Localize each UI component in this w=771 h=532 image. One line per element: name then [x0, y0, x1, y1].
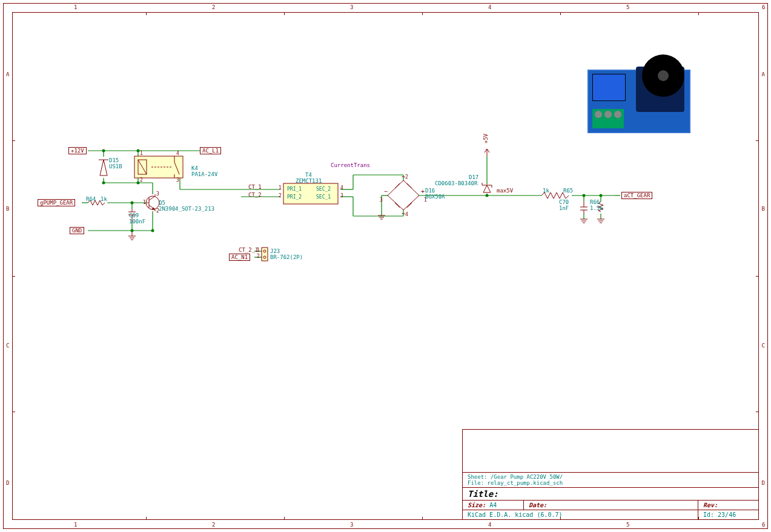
junction	[102, 182, 105, 185]
val-D16: BGX50A	[425, 194, 445, 200]
svg-line-63	[407, 203, 412, 208]
ref-J23: J23	[270, 248, 280, 254]
file-name: File: relay_ct_pump.kicad_sch	[468, 480, 753, 486]
t4-sec2: SEC_2	[316, 186, 331, 192]
ref-Q5: Q5	[159, 200, 165, 206]
val-D15: US1B	[109, 163, 122, 169]
junction	[137, 149, 140, 153]
val-D17: CD0603-B0340R	[435, 180, 477, 186]
val-C69: 100nF	[129, 218, 145, 225]
ref-C69: C69	[129, 212, 139, 218]
val-R64: 1k	[101, 196, 107, 202]
rev-label: Rev:	[703, 502, 718, 508]
note-max5v: max5V	[497, 188, 513, 194]
power-12v: +12V	[68, 147, 87, 154]
svg-line-62	[407, 183, 412, 188]
pcb-ct-hole	[658, 70, 669, 81]
t4-pri1: PRI_1	[287, 186, 302, 192]
svg-marker-69	[483, 185, 491, 192]
q5-pin1: 1	[143, 200, 146, 205]
junction	[486, 194, 489, 197]
j23-pin2: 2	[257, 254, 260, 259]
t4-pin4: 4	[340, 185, 343, 191]
junction	[102, 149, 105, 153]
ref-R66: R66	[590, 199, 600, 205]
k4-pin3: 3	[176, 177, 179, 183]
net-gpump-gear: gPUMP_GEAR	[38, 199, 75, 206]
ref-T4: T4	[305, 172, 312, 178]
q5-pin3: 3	[156, 191, 159, 197]
j23-pin1: 1	[257, 248, 260, 253]
ref-R64: R64	[86, 196, 96, 202]
junction	[600, 194, 603, 197]
svg-line-61	[395, 183, 400, 188]
d16-pin1: 1	[424, 197, 427, 203]
svg-text:−: −	[384, 188, 388, 195]
val-K4: PA1A-24V	[191, 171, 217, 177]
val-Q5: 2N3904_SOT-23_213	[159, 206, 214, 212]
pcb-relay	[592, 74, 626, 101]
k4-pin2: 2	[140, 177, 143, 183]
val-C70: 1nF	[559, 205, 569, 211]
note-currenttrans: CurrentTrans	[331, 162, 370, 168]
t4-pin2: 2	[279, 193, 282, 199]
ref-K4: K4	[191, 165, 198, 171]
val-R66: 1.5k	[590, 205, 603, 211]
val-J23: BR-762(2P)	[270, 254, 303, 260]
kicad-version: KiCad E.D.A. kicad (6.0.7)	[463, 510, 698, 519]
t4-pin1: 1	[279, 185, 282, 191]
junction	[137, 182, 140, 185]
svg-rect-77	[262, 248, 268, 261]
ref-C70: C70	[559, 199, 569, 205]
junction	[131, 229, 134, 232]
net-ct1: CT_1	[248, 184, 262, 190]
ref-D17: D17	[469, 174, 478, 180]
net-ac-l1: AC_L1	[200, 147, 221, 154]
size-value: A4	[489, 502, 497, 508]
module-photo	[581, 48, 697, 139]
ref-D16: D16	[425, 188, 435, 194]
k4-pin1: 1	[140, 151, 143, 156]
sheet-path: Sheet: /Gear Pump AC220V 50W/	[468, 474, 753, 480]
ref-D15: D15	[109, 157, 119, 163]
net-act-gear: aCT_GEAR	[621, 192, 652, 199]
svg-text:+: +	[421, 188, 425, 195]
d16-pin2: 2	[405, 174, 408, 180]
net-ct2: CT_2	[248, 192, 262, 198]
t4-sec1: SEC_1	[316, 194, 331, 200]
svg-line-64	[395, 203, 400, 208]
sheet-id: Id: 23/46	[698, 510, 758, 519]
power-gnd: GND	[70, 227, 84, 234]
pcb-terminal	[592, 109, 624, 128]
val-R65: 1k	[543, 188, 549, 194]
junction	[151, 229, 154, 232]
q5-pin2: 2	[156, 208, 159, 214]
val-T4: ZEMCT131	[296, 178, 322, 184]
d16-pin4: 4	[405, 212, 408, 217]
svg-marker-39	[100, 160, 107, 176]
junction	[131, 202, 134, 205]
title-label: Title:	[463, 488, 758, 500]
title-block: Sheet: /Gear Pump AC220V 50W/ File: rela…	[462, 429, 759, 520]
k4-pin4: 4	[176, 151, 179, 156]
size-label: Size:	[468, 502, 486, 508]
d16-pin3: 3	[380, 197, 383, 203]
t4-pri2: PRI_2	[287, 194, 302, 200]
ref-R65: R65	[563, 188, 573, 194]
power-5v: +5V	[483, 134, 489, 143]
t4-pin3: 3	[340, 193, 343, 199]
junction	[583, 194, 586, 197]
net-ac-n1: AC_N1	[229, 254, 250, 261]
net-ct2-1: CT_2_1	[239, 247, 259, 253]
date-label: Date:	[529, 502, 547, 508]
